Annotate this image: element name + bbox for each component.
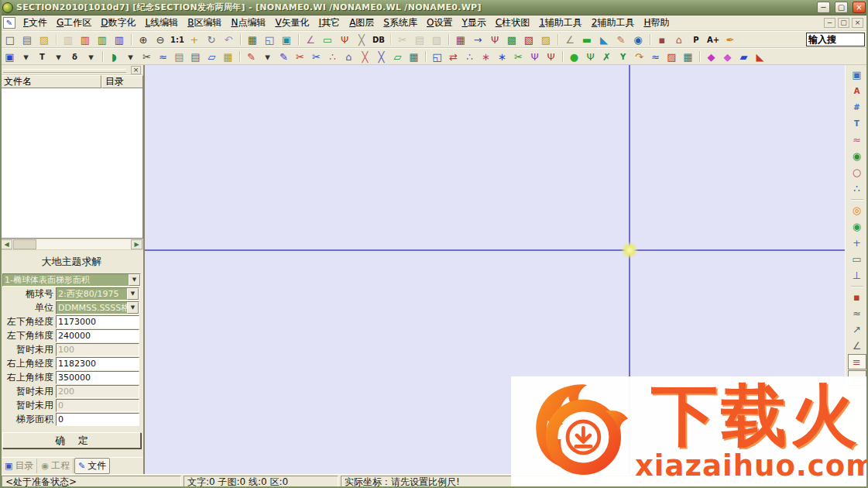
dropdown-arrow-icon[interactable]: ▾	[18, 49, 34, 64]
menu-file[interactable]: F文件	[19, 15, 52, 31]
folder-red-icon[interactable]: ▧	[520, 32, 537, 47]
globe-icon[interactable]: ◉	[630, 32, 647, 47]
doc-list-icon[interactable]: ▤	[171, 49, 187, 64]
field-input[interactable]: 1173000 ▼	[56, 315, 139, 328]
menu-workspace[interactable]: G工作区	[52, 15, 96, 31]
move-region-icon[interactable]: ⇄	[445, 49, 461, 64]
polygon-pen-icon[interactable]: ▱	[204, 49, 220, 64]
a-plus-label-icon[interactable]: A+	[705, 32, 722, 47]
panel-grip[interactable]: ×	[0, 65, 143, 75]
home-icon[interactable]: ⌂	[671, 32, 688, 47]
curve-icon[interactable]: ≈	[647, 49, 664, 64]
snap-t-icon[interactable]: T	[848, 115, 866, 131]
box-cyan-icon[interactable]: ▭	[848, 251, 866, 266]
save-green-icon[interactable]: ▥	[94, 32, 111, 47]
field-input[interactable]: 0 ▼	[56, 399, 139, 412]
menu-help[interactable]: H帮助	[639, 15, 674, 31]
dot-red-icon[interactable]: ▪	[848, 289, 866, 304]
blob-green-icon[interactable]: ●	[566, 49, 582, 64]
mdi-close-button[interactable]: ×	[852, 18, 863, 28]
zoom-1-1-icon[interactable]: 1:1	[169, 32, 186, 47]
card-green-icon[interactable]: ▭	[319, 32, 336, 47]
field-input[interactable]: 0 ▼	[56, 413, 139, 426]
fill-teal-icon[interactable]: ◣	[595, 32, 612, 47]
db-label-icon[interactable]: DB	[370, 32, 387, 47]
doc-edit-icon[interactable]: ▤	[187, 49, 204, 64]
menu-display[interactable]: Y显示	[457, 15, 490, 31]
restore-button[interactable]: ▢	[835, 2, 848, 13]
node-edit-icon[interactable]: ∴	[461, 49, 478, 64]
scroll-right-icon[interactable]: ▶	[131, 239, 142, 249]
cross-link-icon[interactable]: ╳	[357, 49, 373, 64]
snap-lines-icon[interactable]: ≈	[848, 132, 866, 147]
dropdown-arrow-icon[interactable]: ▾	[50, 49, 67, 64]
axis-icon[interactable]: ⊥	[848, 267, 866, 283]
dropdown-arrow-icon[interactable]: ▾	[259, 49, 276, 64]
lock-red-icon[interactable]: ◣	[752, 49, 768, 64]
mdi-minimize-button[interactable]: −	[824, 18, 835, 28]
tab-directory[interactable]: ▣ 目录	[2, 459, 37, 473]
polygon-green-icon[interactable]: ▱	[389, 49, 406, 64]
pen-blue-icon[interactable]: ✎	[276, 49, 292, 64]
workspace-table-icon[interactable]: ▦	[244, 32, 261, 47]
region-fill-icon[interactable]: ▣	[2, 49, 18, 64]
list-red-icon[interactable]: ≡	[848, 354, 866, 369]
save-blue-icon[interactable]: ▥	[111, 32, 128, 47]
menu-aux-tools-2[interactable]: 2辅助工具	[587, 15, 640, 31]
mdi-restore-button[interactable]: ▢	[838, 18, 849, 28]
panel-close-icon[interactable]: ×	[131, 66, 141, 74]
cross-link-2-icon[interactable]: ╳	[373, 49, 389, 64]
tab-project[interactable]: ◉ 工程	[38, 459, 74, 473]
wrench-icon[interactable]: ╳	[353, 32, 370, 47]
column-header-directory[interactable]: 目录	[101, 75, 143, 88]
zoom-in-icon[interactable]: ⊕	[135, 32, 152, 47]
field-input[interactable]: 2:西安80/1975 ▼	[56, 287, 139, 301]
menu-area-edit[interactable]: B区编辑	[183, 15, 226, 31]
undo-icon[interactable]: ↶	[220, 32, 237, 47]
grid-cyan-icon[interactable]: ▦	[406, 49, 422, 64]
y-branch-icon[interactable]: Y	[615, 49, 631, 64]
field-input[interactable]: 100 ▼	[56, 343, 139, 356]
copy-icon[interactable]: ▤	[411, 32, 428, 47]
menu-histogram[interactable]: C柱状图	[491, 15, 534, 31]
mini-save-icon[interactable]: ▪	[654, 32, 671, 47]
field-input[interactable]: 240000 ▼	[56, 329, 139, 342]
grid-pen-icon[interactable]: ▦	[220, 49, 236, 64]
house-node-icon[interactable]: ⌂	[341, 49, 357, 64]
vector-tree-icon[interactable]: Ψ	[486, 32, 503, 47]
scatter-2-icon[interactable]: ∗	[494, 49, 510, 64]
layers-icon[interactable]: ▩	[503, 32, 520, 47]
plotter-icon[interactable]: ∠	[302, 32, 319, 47]
menu-layer[interactable]: A图层	[345, 15, 379, 31]
green-bar-icon[interactable]: ▬	[578, 32, 595, 47]
field-input[interactable]: DDMMSS.SSSS格式 ▼	[56, 301, 139, 314]
menu-line-edit[interactable]: L线编辑	[140, 15, 183, 31]
scissors-blue-icon[interactable]: ✂	[308, 49, 324, 64]
snap-dots-icon[interactable]: #	[848, 99, 866, 115]
menu-aux-tools-1[interactable]: 1辅助工具	[534, 15, 587, 31]
crosshair-icon[interactable]: +	[848, 235, 866, 250]
menu-system-lib[interactable]: S系统库	[379, 15, 422, 31]
branch-icon[interactable]: Ψ	[582, 49, 599, 64]
x-mark-icon[interactable]: ✗	[599, 49, 615, 64]
pan-hand-icon[interactable]: +	[186, 32, 203, 47]
field-input[interactable]: 350000 ▼	[56, 371, 139, 384]
flow-arrow-icon[interactable]: →	[469, 32, 486, 47]
dropdown-arrow-icon[interactable]: ▼	[127, 288, 139, 300]
polyline-tool-icon[interactable]: ≈	[155, 49, 171, 64]
rect-blue-icon[interactable]: ▰	[736, 49, 752, 64]
save-red-icon[interactable]: ▥	[77, 32, 94, 47]
dropdown-arrow-icon[interactable]: ▾	[83, 49, 99, 64]
copy-region-icon[interactable]: ◱	[429, 49, 445, 64]
scissors-red-icon[interactable]: ✂	[292, 49, 308, 64]
windows-cascade-icon[interactable]: ◱	[261, 32, 278, 47]
open-folder-icon[interactable]: ▨	[36, 32, 53, 47]
toolbox-icon[interactable]: ▨	[537, 32, 554, 47]
dropdown-arrow-icon[interactable]: ▾	[122, 49, 139, 64]
menu-digitize[interactable]: D数字化	[96, 15, 140, 31]
screen-display-icon[interactable]: ▣	[278, 32, 295, 47]
delta-tool-icon[interactable]: δ	[67, 49, 83, 64]
polyline-grey-icon[interactable]: ≈	[848, 305, 866, 321]
node-tree-2-icon[interactable]: Ψ	[543, 49, 559, 64]
tool-red-icon[interactable]: Ψ	[336, 32, 353, 47]
